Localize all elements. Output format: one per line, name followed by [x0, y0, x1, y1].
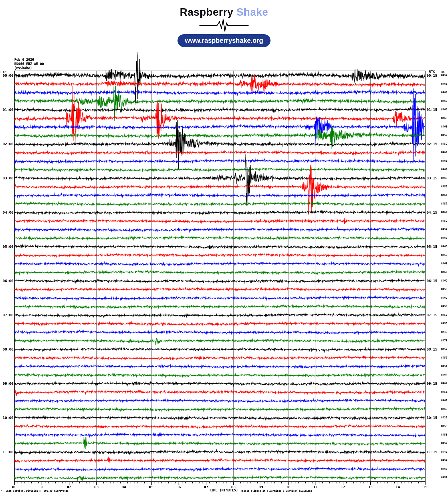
- hour-label-right: 03:15: [427, 176, 437, 180]
- dc-value: 8454: [441, 459, 447, 462]
- dc-value: 8461: [441, 151, 447, 154]
- hour-label-right: 02:15: [427, 142, 437, 146]
- dc-value: 8459: [441, 142, 447, 145]
- dc-value: 8468: [441, 467, 447, 470]
- dc-value: 8465: [441, 125, 447, 128]
- dc-value: 8440: [441, 450, 447, 453]
- hour-label-right: 04:15: [427, 210, 437, 214]
- corner-mark: M: [1, 489, 2, 492]
- dc-value: 8465: [441, 177, 447, 179]
- dc-value: 8450: [441, 322, 447, 325]
- station-date: Feb 6,2026: [14, 58, 34, 62]
- hour-label-right: 09:15: [427, 381, 437, 386]
- dc-value: 8469: [441, 408, 447, 410]
- x-tick-label: 07: [204, 485, 208, 489]
- dc-value: 8457: [441, 348, 447, 351]
- hour-label-left: 00:00: [0, 73, 13, 78]
- brand-title: Raspberry Shake: [0, 6, 448, 18]
- dc-value: 8473: [441, 339, 447, 342]
- hour-label-right: 08:15: [427, 347, 437, 351]
- dc-value: 8459: [441, 219, 447, 222]
- dc-value: 8453: [441, 305, 447, 308]
- hour-label-left: 02:00: [0, 142, 13, 146]
- dc-value: 8465: [441, 236, 447, 239]
- dc-value: 8461: [441, 194, 447, 197]
- dc-value: 8469: [441, 279, 447, 282]
- hour-label-right: 11:15: [427, 450, 437, 454]
- dc-value: 8459: [441, 74, 447, 77]
- dc-value: 8458: [441, 425, 447, 428]
- x-tick-label: 04: [122, 485, 126, 489]
- dc-value: 8462: [441, 100, 447, 102]
- dc-value: 8457: [441, 313, 447, 316]
- x-tick-label: 10: [286, 485, 290, 489]
- dc-value: 8461: [441, 399, 447, 402]
- dc-value: 8459: [441, 228, 447, 231]
- x-axis-title: TIME (MINUTES): [209, 488, 238, 492]
- hour-label-left: 03:00: [0, 176, 13, 180]
- x-tick-label: 13: [368, 485, 373, 489]
- hour-label-left: 08:00: [0, 347, 13, 351]
- dc-value: 8461: [441, 159, 447, 162]
- hour-label-right: 06:15: [427, 279, 437, 283]
- dc-value: 8452: [441, 254, 447, 256]
- dc-value: 8460: [441, 245, 447, 248]
- hour-label-left: 09:00: [0, 381, 13, 386]
- dc-value: 8464: [441, 373, 447, 376]
- x-tick-label: 01: [39, 485, 44, 489]
- dc-value: 8452: [441, 356, 447, 359]
- dc-value: 8461: [441, 82, 447, 85]
- x-tick-label: 15: [423, 485, 427, 489]
- x-tick-label: 00: [12, 485, 17, 489]
- x-tick-label: 06: [176, 485, 181, 489]
- hour-label-left: 05:00: [0, 244, 13, 249]
- hour-label-left: 06:00: [0, 279, 13, 283]
- station-id: RD066 EHZ AM 00: [14, 62, 44, 66]
- dc-value: 8469: [441, 296, 447, 299]
- dc-value: 8452: [441, 134, 447, 137]
- x-tick-label: 02: [67, 485, 71, 489]
- station-network: (myShake): [14, 66, 32, 70]
- brand-title-shake: Shake: [236, 6, 268, 18]
- hour-label-left: 01:00: [0, 108, 13, 112]
- dc-value: 8459: [441, 476, 447, 479]
- dc-value: 8451: [441, 390, 447, 393]
- hour-label-right: 10:15: [427, 416, 437, 420]
- x-tick-label: 03: [94, 485, 99, 489]
- dc-value: 8463: [441, 168, 447, 171]
- dc-value: 8457: [441, 442, 447, 445]
- hour-label-left: 11:00: [0, 450, 13, 454]
- hour-label-right: 07:15: [427, 313, 437, 317]
- dc-value: 8458: [441, 433, 447, 436]
- dc-value: 8468: [441, 262, 447, 265]
- dc-value: 8459: [441, 185, 447, 188]
- dc-value: 8454: [441, 365, 447, 368]
- seismic-waveform-icon: [198, 19, 250, 32]
- hour-label-right: 00:15: [427, 73, 437, 78]
- dc-value: 8468: [441, 91, 447, 94]
- hour-label-left: 04:00: [0, 210, 13, 214]
- vertical-scale-note: Each Vertical Division = 200.00 microvol…: [6, 489, 68, 492]
- dc-value: 8457: [441, 202, 447, 205]
- x-tick-label: 14: [395, 485, 400, 489]
- hour-label-left: 07:00: [0, 313, 13, 317]
- dc-value: 8461: [441, 211, 447, 214]
- dc-value: 8466: [441, 108, 447, 111]
- x-tick-label: 05: [149, 485, 154, 489]
- helicorder-page: { "header": { "title_primary": "Raspberr…: [0, 0, 448, 494]
- hour-label-left: 10:00: [0, 416, 13, 420]
- dc-value: 8437: [441, 416, 447, 419]
- website-pill-button[interactable]: www.raspberryshake.org: [177, 34, 271, 47]
- brand-title-raspberry: Raspberry: [180, 6, 233, 18]
- x-tick-label: 12: [341, 485, 345, 489]
- dc-value: 8465: [441, 117, 447, 120]
- dc-value: 8453: [441, 288, 447, 291]
- clip-note: Traces clipped at plus/minus 5 vertical …: [241, 489, 312, 492]
- hour-label-right: 01:15: [427, 108, 437, 112]
- helicorder-canvas: [0, 0, 448, 494]
- hour-label-right: 05:15: [427, 244, 437, 249]
- x-tick-label: 09: [259, 485, 263, 489]
- brand-header: Raspberry Shake www.raspberryshake.org: [0, 0, 448, 47]
- dc-value: 8449: [441, 331, 447, 333]
- dc-header: DC: [441, 70, 445, 73]
